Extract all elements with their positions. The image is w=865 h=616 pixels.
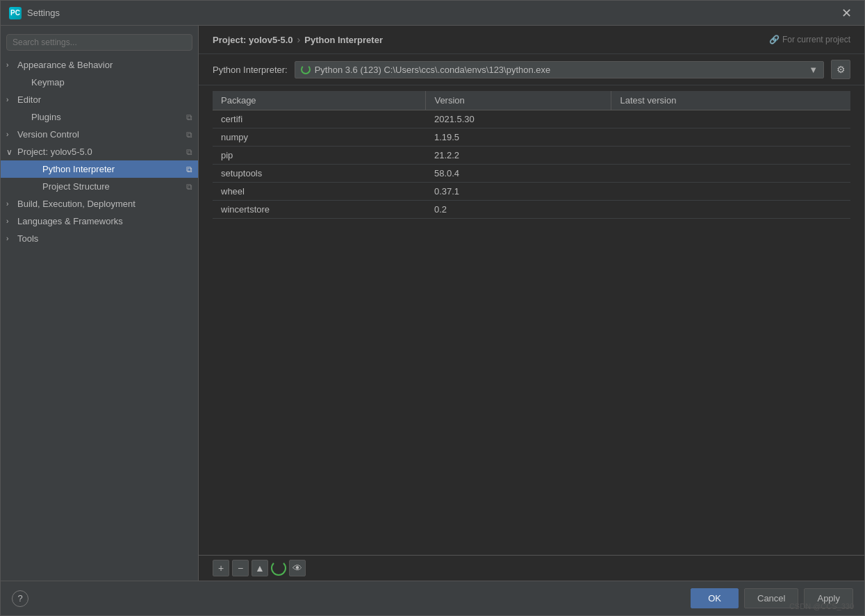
col-package[interactable]: Package	[213, 91, 426, 110]
sidebar-item-label: Project Structure	[42, 181, 110, 192]
right-panel: Project: yolov5-5.0 › Python Interpreter…	[199, 26, 864, 581]
package-table: Package Version Latest version certifi 2…	[213, 91, 850, 219]
search-input[interactable]	[6, 34, 192, 51]
table-row[interactable]: wincertstore 0.2	[213, 201, 850, 219]
package-name: setuptools	[213, 165, 426, 183]
chevron-icon: ›	[6, 217, 15, 225]
sidebar-item-python-interpreter[interactable]: Python Interpreter ⧉	[1, 160, 198, 178]
for-current-project-link[interactable]: 🔗 For current project	[769, 35, 850, 44]
title-bar: PC Settings ✕	[1, 1, 864, 26]
col-latest[interactable]: Latest version	[611, 91, 850, 110]
breadcrumb-page: Python Interpreter	[304, 35, 383, 45]
chevron-icon: ›	[6, 131, 15, 138]
sidebar-item-label: Project: yolov5-5.0	[17, 147, 92, 157]
sidebar-item-appearance[interactable]: › Appearance & Behavior	[1, 56, 198, 74]
minus-icon: −	[238, 563, 243, 574]
package-latest	[611, 128, 850, 147]
col-version[interactable]: Version	[426, 91, 611, 110]
copy-icon: ⧉	[186, 147, 192, 157]
breadcrumb: Project: yolov5-5.0 › Python Interpreter…	[199, 26, 864, 54]
table-row[interactable]: certifi 2021.5.30	[213, 110, 850, 128]
table-header-row: Package Version Latest version	[213, 91, 850, 110]
interpreter-value: Python 3.6 (123) C:\Users\ccs\.conda\env…	[315, 65, 551, 75]
package-name: numpy	[213, 128, 426, 147]
package-latest	[611, 183, 850, 201]
sidebar-item-label: Build, Execution, Deployment	[17, 199, 135, 209]
sidebar-item-editor[interactable]: › Editor	[1, 91, 198, 108]
sidebar-item-label: Appearance & Behavior	[17, 60, 113, 70]
gear-icon: ⚙	[837, 64, 846, 75]
upgrade-package-button[interactable]: ▲	[252, 560, 268, 576]
chevron-icon: ›	[6, 61, 15, 69]
package-toolbar: + − ▲ 👁	[199, 555, 864, 581]
table-row[interactable]: wheel 0.37.1	[213, 183, 850, 201]
sidebar-item-project[interactable]: ∨ Project: yolov5-5.0 ⧉	[1, 143, 198, 160]
chevron-icon: ›	[6, 200, 15, 208]
sidebar-item-label: Keymap	[31, 77, 65, 88]
question-icon: ?	[17, 593, 22, 603]
sidebar-item-languages[interactable]: › Languages & Frameworks	[1, 213, 198, 230]
interpreter-status-icon	[301, 65, 311, 74]
app-logo: PC	[9, 7, 22, 19]
package-latest	[611, 110, 850, 128]
sidebar-item-tools[interactable]: › Tools	[1, 230, 198, 247]
for-current-project-label: For current project	[782, 35, 850, 44]
link-icon: 🔗	[769, 35, 780, 44]
copy-icon: ⧉	[186, 130, 192, 140]
interpreter-bar: Python Interpreter: Python 3.6 (123) C:\…	[199, 54, 864, 85]
remove-package-button[interactable]: −	[232, 560, 249, 576]
sidebar-item-label: Tools	[17, 233, 38, 244]
table-row[interactable]: numpy 1.19.5	[213, 128, 850, 147]
table-row[interactable]: pip 21.2.2	[213, 147, 850, 165]
package-latest	[611, 165, 850, 183]
package-name: pip	[213, 147, 426, 165]
interpreter-settings-button[interactable]: ⚙	[831, 60, 850, 79]
package-name: certifi	[213, 110, 426, 128]
package-table-container: Package Version Latest version certifi 2…	[199, 85, 864, 555]
refresh-interpreter-button[interactable]	[271, 560, 286, 576]
sidebar-item-label: Python Interpreter	[42, 164, 115, 174]
sidebar-item-keymap[interactable]: Keymap	[1, 74, 198, 91]
breadcrumb-separator: ›	[297, 34, 301, 45]
help-button[interactable]: ?	[12, 590, 28, 607]
interpreter-label: Python Interpreter:	[213, 65, 288, 75]
sidebar-item-label: Version Control	[17, 129, 79, 140]
window-title: Settings	[27, 8, 837, 18]
settings-dialog: PC Settings ✕ › Appearance & Behavior Ke…	[0, 0, 865, 616]
footer-left: ?	[12, 590, 28, 607]
plus-icon: +	[218, 563, 224, 574]
dialog-footer: ? OK Cancel Apply	[1, 581, 864, 615]
watermark: CSDN @CCS_330	[789, 602, 854, 610]
copy-icon: ⧉	[186, 182, 192, 192]
package-version: 2021.5.30	[426, 110, 611, 128]
package-name: wincertstore	[213, 201, 426, 219]
package-name: wheel	[213, 183, 426, 201]
sidebar-item-build[interactable]: › Build, Execution, Deployment	[1, 195, 198, 213]
show-paths-button[interactable]: 👁	[289, 560, 306, 576]
close-button[interactable]: ✕	[837, 4, 856, 22]
package-version: 0.37.1	[426, 183, 611, 201]
chevron-icon: ›	[6, 96, 15, 103]
main-content: › Appearance & Behavior Keymap › Editor …	[1, 26, 864, 581]
sidebar: › Appearance & Behavior Keymap › Editor …	[1, 26, 199, 581]
package-version: 1.19.5	[426, 128, 611, 147]
breadcrumb-project: Project: yolov5-5.0	[213, 35, 293, 45]
sidebar-item-project-structure[interactable]: Project Structure ⧉	[1, 178, 198, 195]
sidebar-item-label: Languages & Frameworks	[17, 216, 123, 226]
chevron-down-icon: ▼	[809, 65, 818, 75]
table-row[interactable]: setuptools 58.0.4	[213, 165, 850, 183]
chevron-down-icon: ∨	[6, 147, 15, 157]
package-version: 0.2	[426, 201, 611, 219]
sidebar-item-label: Plugins	[31, 112, 61, 122]
copy-icon: ⧉	[186, 113, 192, 122]
interpreter-dropdown[interactable]: Python 3.6 (123) C:\Users\ccs\.conda\env…	[295, 61, 824, 78]
package-latest	[611, 147, 850, 165]
package-version: 58.0.4	[426, 165, 611, 183]
copy-icon: ⧉	[186, 165, 192, 174]
sidebar-item-version-control[interactable]: › Version Control ⧉	[1, 126, 198, 143]
chevron-icon: ›	[6, 235, 15, 242]
add-package-button[interactable]: +	[213, 560, 229, 576]
sidebar-item-plugins[interactable]: Plugins ⧉	[1, 108, 198, 126]
ok-button[interactable]: OK	[691, 588, 739, 608]
eye-icon: 👁	[293, 563, 302, 574]
